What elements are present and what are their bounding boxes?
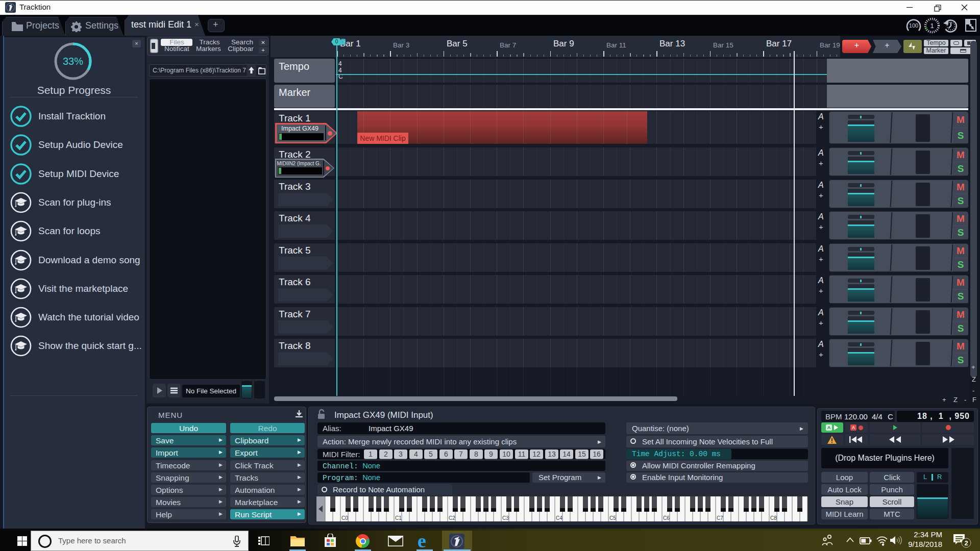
svg-text:C8: C8 — [770, 515, 777, 521]
svg-text:C7: C7 — [717, 515, 723, 521]
svg-text:C0: C0 — [341, 515, 348, 521]
svg-text:C5: C5 — [609, 515, 616, 521]
svg-text:1: 1 — [930, 22, 934, 30]
svg-text:C6: C6 — [663, 515, 670, 521]
svg-text:33%: 33% — [63, 56, 83, 67]
svg-text:100: 100 — [909, 22, 918, 29]
svg-text:C1: C1 — [395, 515, 402, 521]
svg-text:C3: C3 — [502, 515, 509, 521]
svg-text:C4: C4 — [556, 515, 562, 521]
svg-text:2: 2 — [964, 539, 968, 547]
svg-text:C2: C2 — [449, 515, 455, 521]
